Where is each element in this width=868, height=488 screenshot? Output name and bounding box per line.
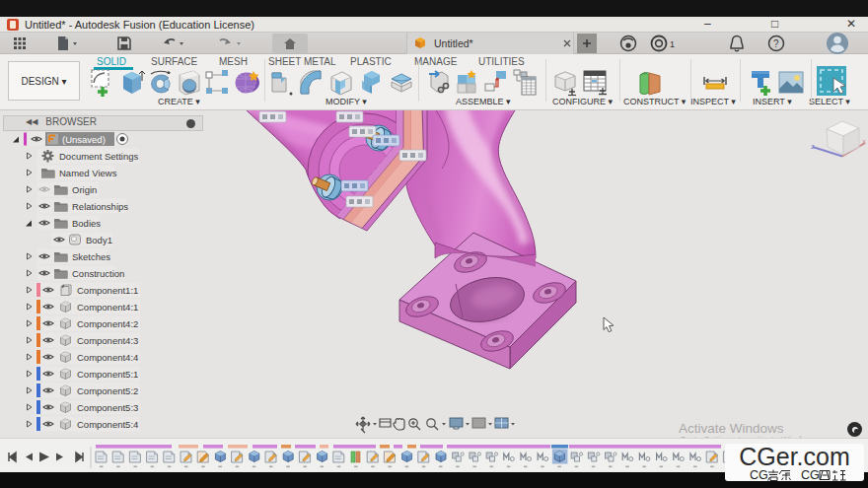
svg-text:Component4:1: Component4:1 bbox=[77, 302, 138, 313]
svg-text:Relationships: Relationships bbox=[72, 201, 128, 212]
svg-text:Component5:3: Component5:3 bbox=[77, 402, 138, 413]
svg-text:Component5:4: Component5:4 bbox=[77, 419, 138, 430]
svg-text:Body1: Body1 bbox=[86, 235, 112, 245]
svg-text:Z: Z bbox=[811, 144, 815, 150]
svg-text:Component4:2: Component4:2 bbox=[77, 318, 138, 329]
svg-text:Component1:1: Component1:1 bbox=[77, 285, 138, 296]
svg-text:Construction: Construction bbox=[72, 268, 124, 279]
svg-text:(Unsaved): (Unsaved) bbox=[62, 134, 106, 145]
svg-text:Component4:3: Component4:3 bbox=[77, 335, 138, 346]
svg-text:CG: CG bbox=[801, 468, 820, 482]
svg-text:Component5:2: Component5:2 bbox=[77, 385, 138, 396]
svg-text:X: X bbox=[862, 139, 866, 145]
svg-text:Sketches: Sketches bbox=[72, 251, 110, 262]
svg-text:Component5:1: Component5:1 bbox=[77, 369, 138, 380]
svg-text:Named Views: Named Views bbox=[59, 168, 117, 178]
svg-text:Document Settings: Document Settings bbox=[59, 151, 139, 162]
svg-text:Bodies: Bodies bbox=[72, 218, 101, 229]
svg-text:Component4:4: Component4:4 bbox=[77, 352, 138, 363]
svg-text:1: 1 bbox=[670, 39, 675, 49]
svg-text:Origin: Origin bbox=[72, 184, 97, 195]
svg-text:?: ? bbox=[773, 38, 779, 49]
svg-text:CG: CG bbox=[750, 468, 768, 482]
